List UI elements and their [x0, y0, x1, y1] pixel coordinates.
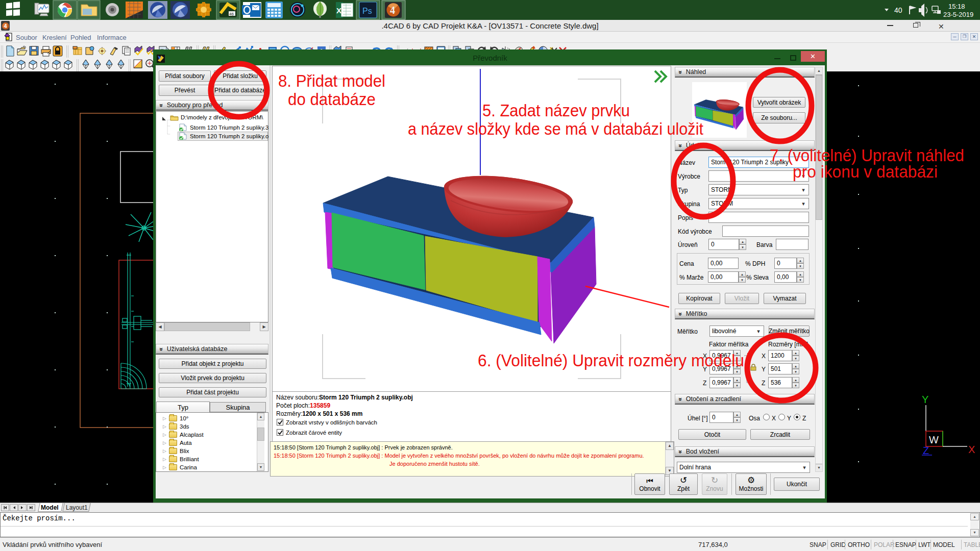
- svg-text:Y: Y: [922, 394, 928, 405]
- svg-text:15:18: 15:18: [948, 3, 965, 10]
- svg-text:23-5-2019: 23-5-2019: [943, 11, 973, 18]
- svg-text:40: 40: [894, 6, 902, 14]
- svg-text:4: 4: [390, 5, 395, 16]
- svg-text:W: W: [929, 434, 939, 445]
- svg-text:Z: Z: [923, 445, 929, 456]
- svg-text:X: X: [336, 6, 341, 15]
- svg-text:46: 46: [229, 12, 234, 16]
- svg-text:Ps: Ps: [362, 7, 372, 15]
- svg-text:X: X: [968, 444, 975, 455]
